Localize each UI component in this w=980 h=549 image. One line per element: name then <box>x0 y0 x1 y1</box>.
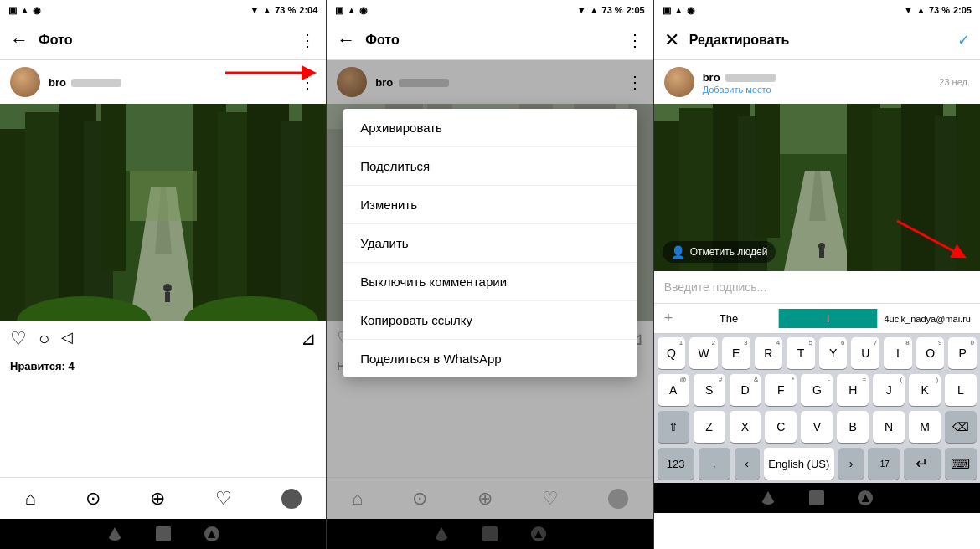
chevron-left-key[interactable]: ‹ <box>735 448 760 480</box>
header-title-2: Фото <box>365 33 626 48</box>
activity-icon-2: ▲ <box>347 5 356 15</box>
space-key[interactable]: English (US) <box>764 448 834 480</box>
tag-people-button[interactable]: 👤 Отметить людей <box>663 241 776 263</box>
search-nav-1[interactable]: ⊙ <box>85 488 101 510</box>
home-nav-1[interactable]: ⌂ <box>25 488 36 510</box>
signal-icon-2: ▲ <box>590 5 599 15</box>
username-1: bro <box>49 76 66 89</box>
bookmark-button-1[interactable]: ⊿ <box>301 328 316 350</box>
close-button-3[interactable]: ✕ <box>664 29 679 51</box>
add-nav-1[interactable]: ⊕ <box>150 488 165 510</box>
key-h[interactable]: H= <box>837 374 869 406</box>
key-c[interactable]: C <box>765 411 797 443</box>
menu-item-archive[interactable]: Архивировать <box>343 109 636 147</box>
post-time-3: 23 нед. <box>939 77 970 87</box>
sys-recent-1[interactable]: ▲ <box>204 526 219 541</box>
svg-rect-18 <box>130 171 197 221</box>
key-g[interactable]: G- <box>801 374 833 406</box>
battery-text: 73 % <box>275 5 296 15</box>
time-display: 2:04 <box>299 5 317 15</box>
add-location-button[interactable]: Добавить место <box>703 85 940 95</box>
key-q[interactable]: Q1 <box>658 337 686 369</box>
comment-button-1[interactable]: ○ <box>39 328 49 350</box>
key-i[interactable]: I8 <box>884 337 912 369</box>
shield-icon-2: ◉ <box>359 5 368 16</box>
key-x[interactable]: X <box>730 411 761 443</box>
shield-icon: ◉ <box>33 5 41 16</box>
key-f[interactable]: F* <box>765 374 797 406</box>
share-button-1[interactable]: ◁ <box>61 328 73 350</box>
key-o[interactable]: O9 <box>916 337 945 369</box>
context-menu: Архивировать Поделиться Изменить Удалить… <box>343 109 636 377</box>
key-j[interactable]: J( <box>873 374 905 406</box>
key-n[interactable]: N <box>873 411 905 443</box>
key-l[interactable]: L <box>945 374 977 406</box>
username-blurred-1 <box>71 79 121 87</box>
shift-key[interactable]: ⇧ <box>658 411 689 443</box>
menu-dots-button-1[interactable]: ⋮ <box>299 30 316 50</box>
sys-recent-3[interactable]: ▲ <box>858 490 873 505</box>
sys-home-1[interactable] <box>156 526 171 541</box>
plus-icon[interactable]: + <box>658 310 680 327</box>
key-t[interactable]: T5 <box>787 337 815 369</box>
key-u[interactable]: U7 <box>851 337 879 369</box>
emoji-key[interactable]: , <box>699 448 730 480</box>
key-m[interactable]: M <box>909 411 941 443</box>
username-3: bro <box>703 71 720 84</box>
key-e[interactable]: E3 <box>722 337 750 369</box>
numbers-mode-key[interactable]: 123 <box>658 448 694 480</box>
menu-item-whatsapp[interactable]: Поделиться в WhatsApp <box>343 340 636 377</box>
enter-key[interactable]: ↵ <box>904 448 941 480</box>
key-a[interactable]: A@ <box>658 374 689 406</box>
wifi-icon: ▼ <box>250 5 259 15</box>
app-header-2: ← Фото ⋮ <box>327 20 652 60</box>
avatar-3 <box>664 67 694 97</box>
special-char-key[interactable]: ,17 <box>868 448 900 480</box>
key-y[interactable]: Y6 <box>819 337 848 369</box>
keyboard: Q1 W2 E3 R4 T5 Y6 U7 I8 O9 P0 A@ S# D& F… <box>654 334 980 483</box>
suggestion-i[interactable]: I <box>779 309 879 328</box>
keyboard-row-numbers: Q1 W2 E3 R4 T5 Y6 U7 I8 O9 P0 <box>654 334 980 371</box>
post-options-1[interactable]: ⋮ <box>299 72 316 92</box>
caption-placeholder: Введите подпись... <box>664 280 767 294</box>
bottom-nav-1: ⌂ ⊙ ⊕ ♡ <box>0 477 326 519</box>
app-header-3: ✕ Редактировать ✓ <box>654 20 980 60</box>
key-k[interactable]: K) <box>909 374 941 406</box>
back-button-2[interactable]: ← <box>337 29 355 51</box>
key-v[interactable]: V <box>801 411 833 443</box>
time-display-3: 2:05 <box>953 5 972 15</box>
menu-item-disable-comments[interactable]: Выключить комментарии <box>343 263 636 301</box>
key-d[interactable]: D& <box>730 374 761 406</box>
sys-home-3[interactable] <box>809 490 824 505</box>
tag-people-label: Отметить людей <box>690 246 768 258</box>
key-r[interactable]: R4 <box>755 337 783 369</box>
menu-item-delete[interactable]: Удалить <box>343 224 636 263</box>
heart-nav-1[interactable]: ♡ <box>215 488 232 510</box>
back-button-1[interactable]: ← <box>10 29 28 51</box>
menu-item-copy-link[interactable]: Копировать ссылку <box>343 301 636 340</box>
suggestion-the[interactable]: The <box>679 309 779 328</box>
key-z[interactable]: Z <box>694 411 725 443</box>
menu-item-edit[interactable]: Изменить <box>343 186 636 224</box>
sys-nav-1: ▲ <box>0 519 326 549</box>
battery-text-2: 73 % <box>602 5 623 15</box>
menu-dots-button-2[interactable]: ⋮ <box>627 30 643 50</box>
spacer-1 <box>0 376 326 477</box>
key-w[interactable]: W2 <box>689 337 718 369</box>
suggestion-email[interactable]: 4ucik_nadya@mai.ru <box>878 310 977 327</box>
save-check-button-3[interactable]: ✓ <box>957 31 970 49</box>
sys-back-3[interactable] <box>761 491 776 505</box>
svg-rect-15 <box>302 104 326 321</box>
menu-item-share[interactable]: Поделиться <box>343 147 636 186</box>
backspace-key[interactable]: ⌫ <box>945 411 977 443</box>
keyboard-hide-key[interactable]: ⌨ <box>945 448 977 480</box>
chevron-right-key[interactable]: › <box>838 448 864 480</box>
caption-input-area[interactable]: Введите подпись... <box>654 271 980 304</box>
sys-back-1[interactable] <box>107 527 122 541</box>
key-b[interactable]: B <box>837 411 869 443</box>
key-p[interactable]: P0 <box>948 337 977 369</box>
heart-button-1[interactable]: ♡ <box>10 328 27 350</box>
profile-nav-1[interactable] <box>281 489 302 509</box>
key-s[interactable]: S# <box>694 374 725 406</box>
likes-row-1: Нравится: 4 <box>0 357 326 376</box>
